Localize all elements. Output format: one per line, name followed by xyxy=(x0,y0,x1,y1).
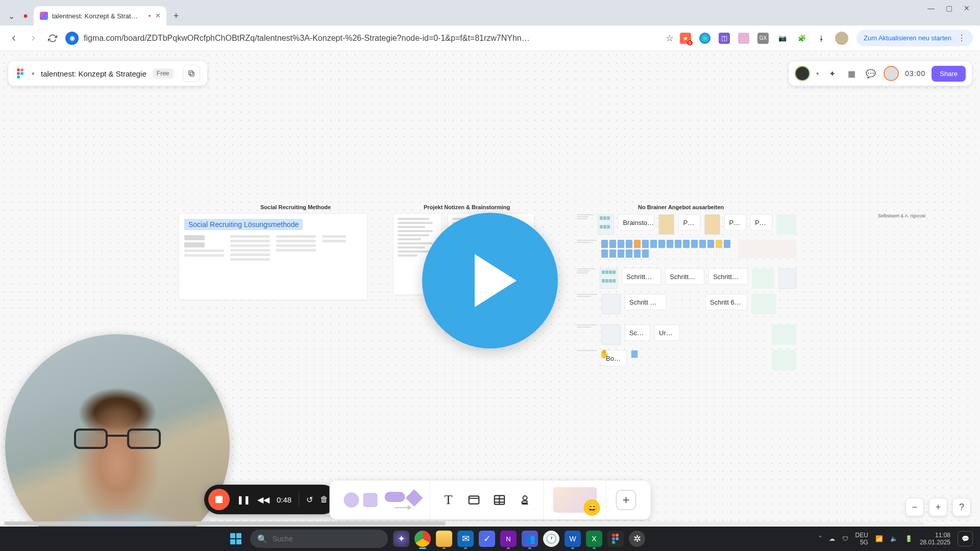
shape-square-tool[interactable] xyxy=(363,493,378,507)
card-sc[interactable]: Sc… xyxy=(625,324,650,341)
taskbar-onenote[interactable]: N xyxy=(500,531,517,547)
pause-recording-button[interactable]: ❚❚ xyxy=(237,495,250,505)
extension-icon-2[interactable] xyxy=(699,33,710,44)
card-p1[interactable]: P… xyxy=(678,214,700,231)
tab-close-button[interactable]: × xyxy=(156,11,160,20)
tray-onedrive-icon[interactable]: ☁ xyxy=(829,535,835,542)
card-step-e[interactable]: Schritt 6… xyxy=(705,294,747,310)
taskbar-chatgpt[interactable]: ✲ xyxy=(629,531,645,547)
card-step-a[interactable]: Schritt… xyxy=(622,268,661,285)
taskbar-search-input[interactable] xyxy=(273,535,381,543)
collaborator-avatar-1[interactable] xyxy=(795,66,810,81)
share-button[interactable]: Share xyxy=(932,66,966,82)
extension-icon-5[interactable]: GX xyxy=(757,33,769,44)
stamp-tool[interactable] xyxy=(516,491,534,509)
tray-network[interactable]: 5G xyxy=(860,539,868,546)
profile-avatar[interactable] xyxy=(835,32,848,45)
tab-search-button[interactable]: ⌄ xyxy=(5,10,17,22)
copy-link-button[interactable] xyxy=(183,65,200,82)
nav-forward-button[interactable] xyxy=(27,32,40,45)
screenshot-extension-icon[interactable]: 📷 xyxy=(777,33,788,44)
taskbar-teams[interactable]: 👥 xyxy=(522,531,538,547)
text-tool[interactable]: T xyxy=(439,491,458,509)
sticky-cluster[interactable] xyxy=(601,240,734,258)
nav-back-button[interactable] xyxy=(7,32,20,45)
document-title[interactable]: talentnest: Konzept & Strategie xyxy=(41,69,146,78)
tray-date[interactable]: 28.01.2025 xyxy=(920,539,950,546)
tray-security-icon[interactable]: 🛡 xyxy=(842,535,848,542)
grid-view-icon[interactable]: ▦ xyxy=(845,67,858,80)
extension-icon-4[interactable] xyxy=(738,33,749,44)
site-info-icon[interactable]: ◉ xyxy=(65,32,79,45)
card-ur[interactable]: Ur… xyxy=(654,324,680,341)
widgets-button[interactable]: 😄 xyxy=(553,487,597,513)
card-p2[interactable]: P… xyxy=(724,214,746,231)
taskbar-chrome[interactable] xyxy=(414,531,431,547)
browser-tab-active[interactable]: talentnest: Konzept & Strat… × xyxy=(34,6,166,26)
nav-reload-button[interactable] xyxy=(46,32,59,45)
frame-social-recruiting[interactable]: Social Recruiting Lösungsmethode xyxy=(179,213,368,300)
section-no-brainer-angebot[interactable]: No Brainer Angebot ausarbeiten Brainsto…… xyxy=(577,204,796,375)
taskbar-explorer[interactable] xyxy=(436,531,452,547)
tray-wifi-icon[interactable]: 📶 xyxy=(875,535,883,542)
card-brainstorm[interactable]: Brainsto… xyxy=(618,214,654,231)
chevron-down-icon[interactable]: ▾ xyxy=(32,70,35,77)
card-step-c[interactable]: Schritt… xyxy=(708,268,748,285)
downloads-button[interactable]: ⭳ xyxy=(816,33,827,44)
horizontal-scrollbar[interactable] xyxy=(4,521,924,525)
card-step-d[interactable]: Schritt … xyxy=(625,294,667,310)
shape-pill-tool[interactable] xyxy=(385,492,405,502)
tray-volume-icon[interactable]: 🔈 xyxy=(890,535,898,542)
restart-recording-button[interactable]: ↺ xyxy=(306,495,313,505)
taskbar-outlook[interactable]: ✉ xyxy=(457,531,474,547)
figma-menu-button[interactable] xyxy=(15,68,26,79)
window-minimize-button[interactable]: — xyxy=(927,4,935,12)
extensions-menu-button[interactable]: 🧩 xyxy=(796,33,807,44)
timer-display[interactable]: 03:00 xyxy=(905,69,925,78)
tray-overflow-icon[interactable]: ˄ xyxy=(819,535,822,542)
webcam-bubble[interactable] xyxy=(5,334,230,527)
connector-tool[interactable] xyxy=(395,507,411,508)
shape-circle-tool[interactable] xyxy=(344,492,359,508)
window-maximize-button[interactable]: ▢ xyxy=(946,4,952,12)
taskbar-clock-app[interactable]: 🕐 xyxy=(543,531,559,547)
taskbar-copilot[interactable]: ✦ xyxy=(393,531,409,547)
figma-canvas[interactable]: ▾ talentnest: Konzept & Strategie Free ▾… xyxy=(0,51,980,527)
collaborator-avatar-2[interactable] xyxy=(884,66,899,81)
section-selbstwert[interactable]: Selbstwert & A. rigorosi xyxy=(878,213,925,218)
extension-icon-1[interactable]: ●5 xyxy=(680,33,691,44)
delete-recording-button[interactable]: 🗑 xyxy=(320,495,328,504)
address-bar[interactable]: ◉ figma.com/board/ZDTbPqkwORcfphChOBtRZq… xyxy=(65,29,674,47)
rewind-button[interactable]: ◀◀ xyxy=(257,495,270,505)
card-step-b[interactable]: Schritt… xyxy=(665,268,704,285)
collaborators-dropdown[interactable]: ▾ xyxy=(816,70,819,77)
comment-icon[interactable]: 💬 xyxy=(864,67,877,80)
table-tool[interactable] xyxy=(491,491,509,509)
window-close-button[interactable]: ✕ xyxy=(964,4,970,12)
zoom-out-button[interactable]: − xyxy=(905,498,924,516)
section-social-recruiting[interactable]: Social Recruiting Methode Social Recruit… xyxy=(179,204,368,300)
stop-recording-button[interactable] xyxy=(208,489,230,510)
recording-indicator[interactable]: ● xyxy=(19,10,32,22)
ai-sparkle-icon[interactable]: ✦ xyxy=(825,67,839,80)
taskbar-search[interactable]: 🔍 xyxy=(250,530,388,548)
new-tab-button[interactable]: + xyxy=(168,8,184,23)
tray-time[interactable]: 11:08 xyxy=(935,532,950,539)
notifications-button[interactable]: 💬 xyxy=(958,531,973,546)
taskbar-word[interactable]: W xyxy=(565,531,581,547)
start-button[interactable] xyxy=(227,530,245,548)
play-button[interactable] xyxy=(422,213,558,348)
zoom-in-button[interactable]: + xyxy=(929,498,947,516)
taskbar-figma[interactable] xyxy=(607,531,624,547)
help-button[interactable]: ? xyxy=(952,498,971,516)
tray-language[interactable]: DEU xyxy=(855,532,868,539)
taskbar-excel[interactable]: X xyxy=(586,531,602,547)
bookmark-button[interactable]: ☆ xyxy=(666,33,674,44)
tray-battery-icon[interactable]: 🔋 xyxy=(905,535,913,542)
extension-icon-3[interactable]: ◫ xyxy=(719,33,730,44)
browser-update-button[interactable]: Zum Aktualisieren neu starten xyxy=(856,30,973,46)
more-tools-button[interactable]: + xyxy=(616,490,636,510)
sticky-note-tool[interactable] xyxy=(465,491,483,509)
shape-diamond-tool[interactable] xyxy=(406,489,423,507)
card-p3[interactable]: P… xyxy=(750,214,772,231)
